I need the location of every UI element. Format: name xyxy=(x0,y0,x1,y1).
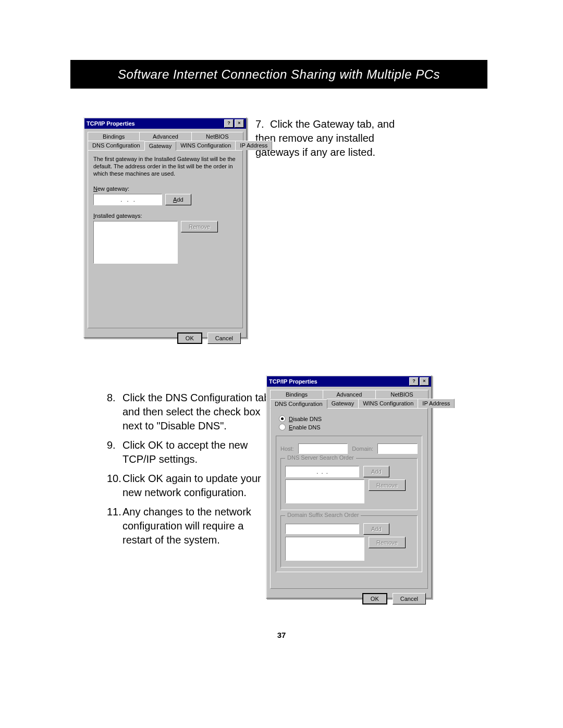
steps-list: 8. Click the DNS Configuration tab, and … xyxy=(86,391,274,552)
new-gateway-label: NNew gateway:ew gateway: xyxy=(93,186,237,192)
tab-gateway[interactable]: Gateway xyxy=(144,141,176,151)
tab-netbios[interactable]: NetBIOS xyxy=(375,390,429,399)
dns-order-label: DNS Server Search Order xyxy=(285,454,356,461)
step-7-number: 7. xyxy=(255,117,270,131)
installed-gateways-list[interactable] xyxy=(93,221,178,264)
suffix-input[interactable] xyxy=(285,524,359,534)
disable-dns-radio[interactable]: Disable DNSDisable DNS xyxy=(279,415,422,422)
tab-wins-configuration[interactable]: WINS Configuration xyxy=(176,141,236,150)
tab-strip: Bindings Advanced NetBIOS DNS Configurat… xyxy=(270,390,428,408)
tab-strip: Bindings Advanced NetBIOS DNS Configurat… xyxy=(88,132,243,150)
step-8-text: Click the DNS Configuration tab, and the… xyxy=(123,392,273,431)
tab-ip-address[interactable]: IP Address xyxy=(418,399,455,408)
step-8-number: 8. xyxy=(107,391,116,405)
close-icon[interactable]: × xyxy=(420,377,429,386)
suffix-remove-button[interactable]: Remove xyxy=(369,537,406,548)
dns-add-button[interactable]: Add xyxy=(363,466,389,477)
domain-label: Domain: xyxy=(352,446,373,452)
cancel-button[interactable]: Cancel xyxy=(393,593,426,604)
tab-wins-configuration[interactable]: WINS Configuration xyxy=(358,399,418,408)
tcpip-properties-dialog-dns: TCP/IP Properties ? × Bindings Advanced … xyxy=(266,375,432,599)
close-icon[interactable]: × xyxy=(235,119,244,128)
suffix-order-list[interactable] xyxy=(285,537,364,561)
tab-bindings[interactable]: Bindings xyxy=(88,132,140,141)
ok-button[interactable]: OK xyxy=(177,332,202,344)
dns-order-list[interactable] xyxy=(285,479,364,503)
step-11-text: Any changes to the network configuration… xyxy=(123,506,251,546)
tab-netbios[interactable]: NetBIOS xyxy=(191,132,243,141)
step-8: 8. Click the DNS Configuration tab, and … xyxy=(107,391,274,433)
remove-gateway-button[interactable]: Remove xyxy=(181,221,218,232)
titlebar[interactable]: TCP/IP Properties ? × xyxy=(267,376,431,387)
add-gateway-button[interactable]: AAdddd xyxy=(165,194,191,205)
suffix-add-button[interactable]: Add xyxy=(363,523,389,535)
page-header: Software Internet Connection Sharing wit… xyxy=(70,60,487,89)
help-icon[interactable]: ? xyxy=(409,377,419,386)
tab-advanced[interactable]: Advanced xyxy=(139,132,191,141)
host-input[interactable] xyxy=(298,443,348,454)
suffix-order-label: Domain Suffix Search Order xyxy=(285,512,361,518)
step-10-number: 10. xyxy=(107,472,121,486)
dialog-title: TCP/IP Properties xyxy=(87,120,135,127)
tcpip-properties-dialog-gateway: TCP/IP Properties ? × Bindings Advanced … xyxy=(83,117,247,338)
new-gateway-input[interactable]: . . . xyxy=(93,194,162,205)
tab-advanced[interactable]: Advanced xyxy=(323,390,376,399)
gateway-info-text: The first gateway in the Installed Gatew… xyxy=(93,156,237,177)
step-9-text: Click OK to accept the new TCP/IP settin… xyxy=(123,439,248,465)
tab-body-dns: Disable DNSDisable DNS Enable DNSEnable … xyxy=(270,408,428,589)
dns-ip-input[interactable]: . . . xyxy=(285,466,359,477)
tab-ip-address[interactable]: IP Address xyxy=(235,141,272,150)
ok-button[interactable]: OK xyxy=(362,593,387,604)
tab-bindings[interactable]: Bindings xyxy=(270,390,323,399)
installed-gateways-label: IInstalled gateways:nstalled gateways: xyxy=(93,213,237,219)
dns-remove-button[interactable]: Remove xyxy=(369,479,406,491)
radio-dot-icon xyxy=(279,424,286,430)
step-11: 11. Any changes to the network configura… xyxy=(107,505,274,547)
step-9-number: 9. xyxy=(107,438,116,452)
help-icon[interactable]: ? xyxy=(224,119,234,128)
tab-dns-configuration[interactable]: DNS Configuration xyxy=(88,141,145,150)
step-7-text: Click the Gateway tab, and then remove a… xyxy=(255,118,395,158)
tab-dns-configuration[interactable]: DNS Configuration xyxy=(270,399,327,409)
dialog-title: TCP/IP Properties xyxy=(269,378,317,385)
enable-dns-radio[interactable]: Enable DNSEnable DNS xyxy=(279,424,422,430)
tab-gateway[interactable]: Gateway xyxy=(327,399,359,408)
page-number: 37 xyxy=(0,631,563,639)
radio-dot-icon xyxy=(279,415,286,422)
host-label: Host: xyxy=(280,446,294,452)
step-10: 10. Click OK again to update your new ne… xyxy=(107,472,274,500)
domain-input[interactable] xyxy=(377,443,418,454)
cancel-button[interactable]: Cancel xyxy=(207,332,241,344)
step-10-text: Click OK again to update your new networ… xyxy=(123,473,261,498)
step-9: 9. Click OK to accept the new TCP/IP set… xyxy=(107,438,274,466)
step-11-number: 11. xyxy=(107,505,121,519)
step-7: 7. Click the Gateway tab, and then remov… xyxy=(255,117,417,159)
titlebar[interactable]: TCP/IP Properties ? × xyxy=(84,118,246,129)
tab-body-gateway: The first gateway in the Installed Gatew… xyxy=(88,150,243,328)
